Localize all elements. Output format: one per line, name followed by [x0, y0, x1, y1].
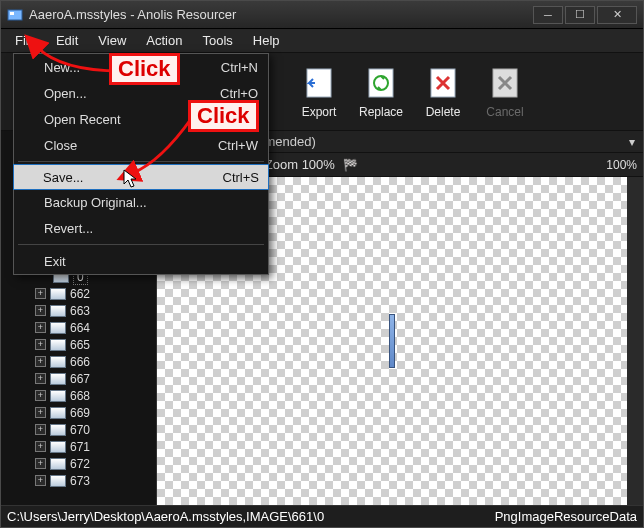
- menu-label: Exit: [44, 254, 66, 269]
- delete-icon: [425, 65, 461, 101]
- titlebar: AaeroA.msstyles - Anolis Resourcer ─ ☐ ✕: [1, 1, 643, 29]
- export-icon: [301, 65, 337, 101]
- folder-icon: [50, 356, 66, 368]
- expander-icon[interactable]: +: [35, 339, 46, 350]
- tree-node-663[interactable]: +663: [35, 302, 156, 319]
- tree-node-670[interactable]: +670: [35, 421, 156, 438]
- tree-node-671[interactable]: +671: [35, 438, 156, 455]
- file-menu-close[interactable]: CloseCtrl+W: [14, 132, 268, 158]
- app-icon: [7, 7, 23, 23]
- menu-separator: [18, 244, 264, 245]
- close-button[interactable]: ✕: [597, 6, 637, 24]
- tree-node-672[interactable]: +672: [35, 455, 156, 472]
- menu-label: Save...: [43, 170, 83, 185]
- maximize-button[interactable]: ☐: [565, 6, 595, 24]
- expander-icon[interactable]: +: [35, 288, 46, 299]
- cancel-icon: [487, 65, 523, 101]
- menu-separator: [18, 161, 264, 162]
- annotation-click-label: Click: [188, 100, 259, 132]
- menu-edit[interactable]: Edit: [46, 30, 88, 51]
- folder-icon: [50, 322, 66, 334]
- zoom-bg-button[interactable]: 🏁: [343, 158, 358, 172]
- file-menu-exit[interactable]: Exit: [14, 248, 268, 274]
- tree-label: 665: [70, 338, 90, 352]
- toolbar-cancel-label: Cancel: [486, 105, 523, 119]
- file-menu-backup[interactable]: Backup Original...: [14, 189, 268, 215]
- toolbar-replace-button[interactable]: Replace: [351, 57, 411, 127]
- chevron-down-icon[interactable]: ▾: [629, 135, 635, 149]
- expander-icon[interactable]: +: [35, 322, 46, 333]
- tree-node-664[interactable]: +664: [35, 319, 156, 336]
- toolbar-export-button[interactable]: Export: [289, 57, 349, 127]
- tree-label: 669: [70, 406, 90, 420]
- folder-icon: [50, 458, 66, 470]
- tree-label: 663: [70, 304, 90, 318]
- tree-node-668[interactable]: +668: [35, 387, 156, 404]
- tree-label: 673: [70, 474, 90, 488]
- menu-shortcut: Ctrl+O: [220, 86, 258, 101]
- expander-icon[interactable]: +: [35, 356, 46, 367]
- folder-icon: [50, 373, 66, 385]
- folder-icon: [50, 424, 66, 436]
- menu-help[interactable]: Help: [243, 30, 290, 51]
- file-menu-dropdown: New...Ctrl+N Open...Ctrl+O Open Recent▸ …: [13, 53, 269, 275]
- folder-icon: [50, 305, 66, 317]
- menu-shortcut: Ctrl+W: [218, 138, 258, 153]
- menu-view[interactable]: View: [88, 30, 136, 51]
- menu-shortcut: Ctrl+S: [223, 170, 259, 185]
- tree-label: 666: [70, 355, 90, 369]
- folder-icon: [50, 288, 66, 300]
- app-window: AaeroA.msstyles - Anolis Resourcer ─ ☐ ✕…: [0, 0, 644, 528]
- menu-label: New...: [44, 60, 80, 75]
- image-preview: [389, 314, 395, 368]
- window-title: AaeroA.msstyles - Anolis Resourcer: [29, 7, 533, 22]
- window-buttons: ─ ☐ ✕: [533, 6, 637, 24]
- svg-rect-1: [10, 12, 14, 15]
- folder-icon: [50, 407, 66, 419]
- tree-label: 670: [70, 423, 90, 437]
- resource-tree[interactable]: − 661 0 +662 +663 +664 +665 +666 +667 +6…: [1, 251, 156, 489]
- tree-label: 664: [70, 321, 90, 335]
- zoom-100-label: Zoom 100%: [265, 157, 335, 172]
- status-path: C:\Users\Jerry\Desktop\AaeroA.msstyles,I…: [7, 509, 324, 524]
- tree-node-669[interactable]: +669: [35, 404, 156, 421]
- tree-node-666[interactable]: +666: [35, 353, 156, 370]
- folder-icon: [50, 390, 66, 402]
- expander-icon[interactable]: +: [35, 475, 46, 486]
- tree-label: 662: [70, 287, 90, 301]
- file-menu-revert[interactable]: Revert...: [14, 215, 268, 241]
- statusbar: C:\Users\Jerry\Desktop\AaeroA.msstyles,I…: [1, 505, 643, 527]
- menu-label: Revert...: [44, 221, 93, 236]
- toolbar-cancel-button[interactable]: Cancel: [475, 57, 535, 127]
- expander-icon[interactable]: +: [35, 390, 46, 401]
- toolbar-replace-label: Replace: [359, 105, 403, 119]
- tree-label: 667: [70, 372, 90, 386]
- expander-icon[interactable]: +: [35, 407, 46, 418]
- toolbar-export-label: Export: [302, 105, 337, 119]
- tree-node-662[interactable]: +662: [35, 285, 156, 302]
- expander-icon[interactable]: +: [35, 441, 46, 452]
- tree-node-665[interactable]: +665: [35, 336, 156, 353]
- menu-tools[interactable]: Tools: [192, 30, 242, 51]
- expander-icon[interactable]: +: [35, 424, 46, 435]
- expander-icon[interactable]: +: [35, 305, 46, 316]
- tree-node-673[interactable]: +673: [35, 472, 156, 489]
- menu-label: Open Recent: [44, 112, 121, 127]
- minimize-button[interactable]: ─: [533, 6, 563, 24]
- menu-file[interactable]: File: [5, 30, 46, 51]
- file-menu-save[interactable]: Save...Ctrl+S: [13, 164, 269, 190]
- menu-label: Open...: [44, 86, 87, 101]
- menu-label: Backup Original...: [44, 195, 147, 210]
- toolbar-delete-button[interactable]: Delete: [413, 57, 473, 127]
- menubar: File Edit View Action Tools Help: [1, 29, 643, 53]
- tree-node-667[interactable]: +667: [35, 370, 156, 387]
- status-type: PngImageResourceData: [495, 509, 637, 524]
- svg-rect-3: [369, 69, 393, 97]
- zoom-value: 100%: [606, 158, 637, 172]
- menu-shortcut: Ctrl+N: [221, 60, 258, 75]
- expander-icon[interactable]: +: [35, 373, 46, 384]
- menu-action[interactable]: Action: [136, 30, 192, 51]
- tree-label: 668: [70, 389, 90, 403]
- menu-label: Close: [44, 138, 77, 153]
- expander-icon[interactable]: +: [35, 458, 46, 469]
